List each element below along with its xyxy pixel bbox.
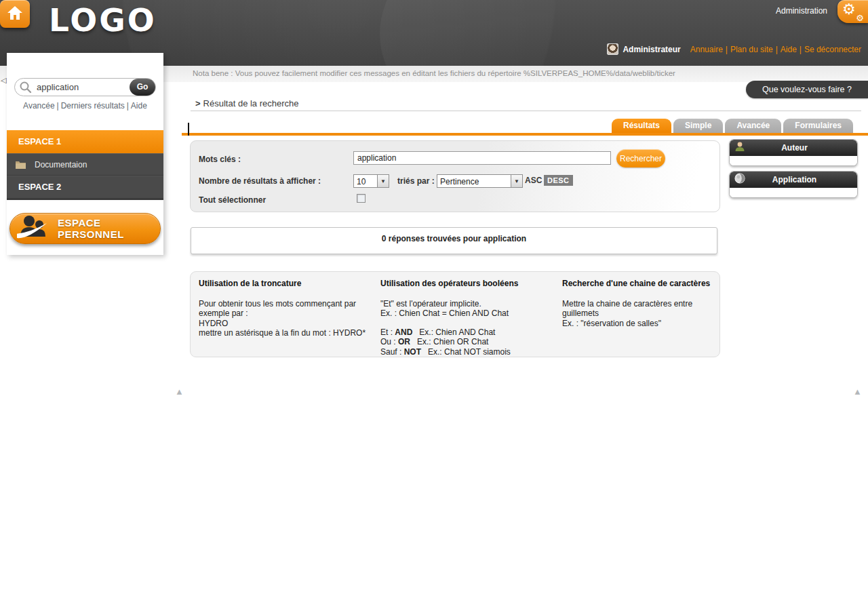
search-button[interactable]: Rechercher: [616, 149, 665, 167]
link-aide-sidebar[interactable]: Aide: [131, 101, 147, 111]
help-operator-line: Ou : OREx.: Chien OR Chat: [380, 337, 562, 347]
op-keyword: AND: [395, 327, 412, 337]
gear-small-icon: ⚙: [856, 13, 864, 23]
sidebar-panel: Go Avancée|Derniers résultats|Aide ESPAC…: [7, 53, 163, 255]
administration-gear-button[interactable]: ⚙ ⚙: [837, 0, 868, 23]
facet-application-body: [730, 188, 857, 197]
keywords-label: Mots clés :: [199, 155, 241, 164]
breadcrumb-divider: [191, 111, 861, 111]
op-prefix: Et :: [380, 327, 395, 337]
separator: |: [57, 101, 59, 111]
help-line: HYDRO: [199, 319, 380, 329]
person-icon: [734, 141, 745, 155]
results-count-select[interactable]: 10 ▼: [353, 174, 389, 188]
help-operator-line: Sauf : NOTEx.: Chat NOT siamois: [380, 347, 562, 357]
sidebar-search-links: Avancée|Derniers résultats|Aide: [7, 101, 163, 111]
sort-desc-toggle[interactable]: DESC: [544, 175, 573, 186]
sidebar-item-espace-1[interactable]: ESPACE 1: [7, 130, 163, 153]
user-name[interactable]: Administrateur: [623, 45, 680, 54]
facet-label: Application: [745, 175, 844, 184]
separator: |: [800, 45, 802, 54]
facet-auteur-header[interactable]: Auteur: [730, 140, 857, 156]
user-links: Annuaire|Plan du site|Aide|Se déconnecte…: [690, 45, 861, 54]
chevron-down-icon: ▼: [511, 175, 522, 187]
link-plan-du-site[interactable]: Plan du site: [730, 45, 773, 54]
facet-application-header[interactable]: Application: [730, 172, 857, 188]
breadcrumb-arrow: >: [195, 98, 201, 108]
help-boolean: Utilisation des opérateurs booléens "Et"…: [380, 279, 562, 357]
op-example: Ex.: Chat NOT siamois: [428, 347, 511, 357]
help-line: Ex. : Chien Chat = Chien AND Chat: [380, 309, 562, 319]
help-line: mettre un astérisque à la fin du mot : H…: [199, 328, 380, 338]
what-to-do-button[interactable]: Que voulez-vous faire ?: [746, 81, 868, 98]
help-line: "Et" est l'opérateur implicite.: [380, 299, 562, 309]
space-list: ESPACE 1 Documentaion ESPACE 2: [7, 130, 163, 200]
separator: |: [726, 45, 728, 54]
sort-label: triés par :: [397, 176, 435, 186]
help-line: Pour obtenir tous les mots commençant pa…: [199, 299, 380, 309]
facet-auteur: Auteur: [729, 139, 858, 166]
sort-value: Pertinence: [437, 175, 511, 187]
op-prefix: Sauf :: [380, 347, 404, 357]
help-boolean-title: Utilisation des opérateurs booléens: [380, 279, 562, 289]
tab-underline: [182, 133, 868, 136]
personal-space-button[interactable]: ESPACE PERSONNEL: [9, 213, 161, 244]
help-string-title: Recherche d'une chaine de caractères: [562, 279, 713, 289]
link-avancee[interactable]: Avancée: [23, 101, 54, 111]
tab-avancee[interactable]: Avancée: [725, 119, 781, 133]
search-go-button[interactable]: Go: [130, 79, 155, 96]
breadcrumb: >Résultat de la recherche: [195, 98, 299, 108]
facet-label: Auteur: [745, 143, 844, 153]
spacer: [380, 319, 562, 327]
user-avatar[interactable]: [607, 43, 618, 55]
administration-link[interactable]: Administration: [776, 6, 827, 16]
tab-formulaires[interactable]: Formulaires: [783, 119, 853, 133]
back-to-top-icon[interactable]: ▲: [175, 386, 184, 397]
op-example: Ex.: Chien AND Chat: [419, 327, 495, 337]
tab-bar-cursor: [188, 123, 189, 136]
tab-resultats[interactable]: Résultats: [612, 119, 671, 133]
op-keyword: NOT: [404, 347, 421, 357]
home-icon: [7, 5, 23, 23]
op-keyword: OR: [398, 337, 410, 346]
facet-auteur-body: [730, 156, 857, 165]
back-to-top-icon[interactable]: ▲: [853, 386, 862, 397]
search-icon: [19, 81, 32, 96]
results-message-box: 0 réponses trouvées pour application: [191, 227, 717, 254]
search-help-panel: Utilisation de la troncature Pour obteni…: [190, 271, 720, 357]
search-form-panel: Mots clés : Rechercher Nombre de résulta…: [190, 140, 720, 212]
facet-application: Application: [729, 171, 858, 198]
facet-column: Auteur Application: [729, 139, 858, 203]
search-tabs: Résultats Simple Avancée Formulaires: [612, 119, 853, 133]
help-line: exemple par :: [199, 309, 380, 319]
help-string-search: Recherche d'une chaine de caractères Met…: [562, 279, 713, 357]
sidebar-item-documentaion[interactable]: Documentaion: [7, 153, 163, 175]
tab-simple[interactable]: Simple: [673, 119, 723, 133]
link-annuaire[interactable]: Annuaire: [690, 45, 723, 54]
link-derniers-resultats[interactable]: Derniers résultats: [61, 101, 125, 111]
home-button[interactable]: [0, 0, 30, 28]
users-icon: [17, 214, 52, 243]
user-bar: Administrateur Annuaire|Plan du site|Aid…: [607, 43, 861, 55]
keywords-input[interactable]: [353, 151, 611, 165]
breadcrumb-label[interactable]: Résultat de la recherche: [203, 98, 299, 108]
separator: |: [776, 45, 778, 54]
help-operator-line: Et : ANDEx.: Chien AND Chat: [380, 327, 562, 338]
help-truncation: Utilisation de la troncature Pour obteni…: [199, 279, 380, 357]
sort-select[interactable]: Pertinence ▼: [437, 174, 523, 188]
chevron-down-icon: ▼: [377, 175, 389, 187]
help-line: Ex. : "réservation de salles": [562, 319, 713, 329]
sidebar-item-label: Documentaion: [35, 160, 87, 170]
collapse-sidebar-icon[interactable]: ◁: [1, 76, 6, 85]
select-all-label: Tout sélectionner: [199, 195, 266, 205]
link-aide[interactable]: Aide: [781, 45, 797, 54]
folder-icon: [15, 160, 26, 170]
link-se-deconnecter[interactable]: Se déconnecter: [804, 45, 861, 54]
results-count-value: 10: [354, 175, 377, 187]
sort-asc-toggle[interactable]: ASC: [525, 176, 542, 185]
select-all-checkbox[interactable]: [357, 194, 366, 203]
sidebar-item-espace-2[interactable]: ESPACE 2: [7, 175, 163, 198]
app-logo: LOGO: [49, 1, 157, 39]
sidebar-search: Go: [14, 78, 156, 96]
separator: |: [127, 101, 129, 111]
